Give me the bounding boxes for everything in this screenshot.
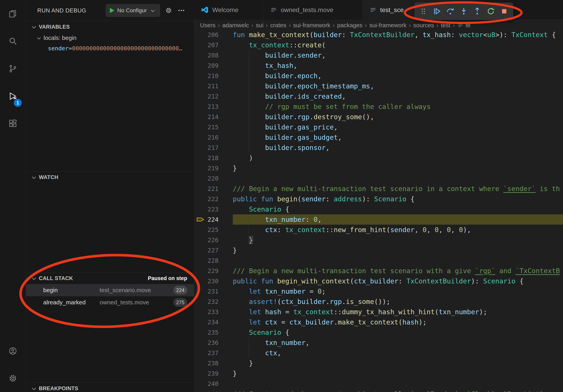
gutter[interactable]: 233 xyxy=(194,307,233,317)
code-line-223[interactable]: 223 Scenario { xyxy=(194,204,563,214)
breadcrumb-item[interactable]: crates xyxy=(270,22,286,29)
watch-section-header[interactable]: WATCH xyxy=(26,171,194,183)
code-line-220[interactable]: 220 xyxy=(194,173,563,183)
gutter[interactable]: 216 xyxy=(194,132,233,143)
gutter[interactable]: 227 xyxy=(194,245,233,255)
gutter[interactable]: 225 xyxy=(194,225,233,235)
code-line-214[interactable]: 214 builder.rgp.destroy_some(), xyxy=(194,112,563,122)
breadcrumb-item[interactable]: test xyxy=(441,22,450,29)
code-line-239[interactable]: 239} xyxy=(194,368,563,379)
code-line-217[interactable]: 217 builder.sponsor, xyxy=(194,143,563,153)
code-line-221[interactable]: 221/// Begin a new multi-transaction tes… xyxy=(194,183,563,194)
breadcrumb-file[interactable]: te xyxy=(457,22,471,29)
code-line-207[interactable]: 207 tx_context::create( xyxy=(194,40,563,50)
gutter[interactable]: 237 xyxy=(194,348,233,358)
gutter[interactable]: 207 xyxy=(194,40,233,50)
gutter[interactable]: 239 xyxy=(194,368,233,379)
tab-welcome[interactable]: Welcome xyxy=(194,0,263,20)
gutter[interactable]: 211 xyxy=(194,81,233,91)
code-line-212[interactable]: 212 builder.ids_created, xyxy=(194,91,563,102)
step-into-button[interactable] xyxy=(458,5,469,18)
code-line-215[interactable]: 215 builder.gas_price, xyxy=(194,122,563,132)
code-line-226[interactable]: 226 } xyxy=(194,235,563,245)
stop-button[interactable] xyxy=(499,5,510,18)
variable-entry-sender[interactable]: sender = 0000000000000000000000000000000… xyxy=(26,43,194,53)
code-line-225[interactable]: 225 ctx: tx_context::new_from_hint(sende… xyxy=(194,225,563,235)
continue-button[interactable] xyxy=(431,5,442,18)
code-line-238[interactable]: 238 } xyxy=(194,358,563,368)
variables-scope-row[interactable]: locals: begin xyxy=(26,33,194,43)
gutter[interactable]: 241 xyxy=(194,389,233,392)
breadcrumb-item[interactable]: sources xyxy=(413,22,434,29)
start-debug-icon[interactable] xyxy=(110,8,114,13)
code-line-229[interactable]: 229/// Begin a new multi-transaction tes… xyxy=(194,266,563,276)
gutter[interactable]: 220 xyxy=(194,173,233,183)
code-line-228[interactable]: 228 xyxy=(194,255,563,266)
call-stack-frame-already_marked[interactable]: already_markedowned_tests.move275 xyxy=(26,296,194,309)
gutter[interactable]: 208 xyxy=(194,50,233,60)
code-line-206[interactable]: 206fun make_tx_context(builder: TxContex… xyxy=(194,31,563,40)
gutter[interactable]: 223 xyxy=(194,204,233,214)
gutter[interactable]: 206 xyxy=(194,31,233,40)
code-line-234[interactable]: 234 let ctx = ctx_builder.make_tx_contex… xyxy=(194,317,563,327)
tab-owned_tests-move[interactable]: owned_tests.move xyxy=(263,0,363,20)
code-line-216[interactable]: 216 builder.gas_budget, xyxy=(194,132,563,143)
code-line-227[interactable]: 227} xyxy=(194,245,563,255)
code-line-235[interactable]: 235 Scenario { xyxy=(194,327,563,338)
gutter[interactable]: 221 xyxy=(194,183,233,194)
gutter[interactable]: 217 xyxy=(194,143,233,153)
gutter[interactable]: 228 xyxy=(194,255,233,266)
step-over-button[interactable] xyxy=(445,5,456,18)
activity-bar-search[interactable] xyxy=(0,27,26,55)
debug-settings-gear-icon[interactable] xyxy=(165,7,172,14)
activity-bar-settings[interactable] xyxy=(0,365,26,392)
gutter[interactable]: 212 xyxy=(194,91,233,102)
gutter[interactable]: 226 xyxy=(194,235,233,245)
gutter[interactable]: 230 xyxy=(194,276,233,286)
variables-section-header[interactable]: VARIABLES xyxy=(26,21,194,33)
activity-bar-explorer[interactable] xyxy=(0,0,26,27)
breadcrumb-item[interactable]: Users xyxy=(200,22,215,29)
code-line-240[interactable]: 240 xyxy=(194,379,563,389)
code-line-209[interactable]: 209 tx_hash, xyxy=(194,60,563,71)
toolbar-drag-handle[interactable] xyxy=(418,5,429,18)
gutter[interactable]: 214 xyxy=(194,112,233,122)
call-stack-frame-begin[interactable]: begintest_scenario.move224 xyxy=(26,284,194,296)
activity-bar-run-and-debug[interactable]: 1 xyxy=(0,82,26,110)
gutter[interactable]: 236 xyxy=(194,338,233,348)
code-line-231[interactable]: 231 let txn_number = 0; xyxy=(194,286,563,297)
breadcrumb-item[interactable]: sui-framework xyxy=(369,22,406,29)
gutter[interactable]: 224 xyxy=(194,214,233,225)
breakpoints-section-header[interactable]: BREAKPOINTS xyxy=(26,383,194,392)
step-out-button[interactable] xyxy=(472,5,483,18)
debug-config-picker[interactable]: No Configur xyxy=(106,4,160,17)
code-line-213[interactable]: 213 // rgp must be set from the caller a… xyxy=(194,102,563,112)
code-line-222[interactable]: 222public fun begin(sender: address): Sc… xyxy=(194,194,563,204)
code-line-224[interactable]: 224 txn_number: 0, xyxy=(194,214,563,225)
activity-bar-source-control[interactable] xyxy=(0,55,26,82)
gutter[interactable]: 222 xyxy=(194,194,233,204)
gutter[interactable]: 240 xyxy=(194,379,233,389)
code-line-241[interactable]: 241/// Creates and shares system objects… xyxy=(194,389,563,392)
activity-bar-extensions[interactable] xyxy=(0,110,26,137)
gutter[interactable]: 234 xyxy=(194,317,233,327)
code-line-210[interactable]: 210 builder.epoch, xyxy=(194,71,563,81)
breadcrumb-item[interactable]: packages xyxy=(337,22,362,29)
gutter[interactable]: 235 xyxy=(194,327,233,338)
code-line-233[interactable]: 233 let hash = tx_context::dummy_tx_hash… xyxy=(194,307,563,317)
gutter[interactable]: 213 xyxy=(194,102,233,112)
code-line-230[interactable]: 230public fun begin_with_context(ctx_bui… xyxy=(194,276,563,286)
gutter[interactable]: 215 xyxy=(194,122,233,132)
code-line-219[interactable]: 219} xyxy=(194,163,563,173)
code-line-232[interactable]: 232 assert!(ctx_builder.rgp.is_some()); xyxy=(194,297,563,307)
gutter[interactable]: 209 xyxy=(194,60,233,71)
breadcrumb-item[interactable]: sui xyxy=(256,22,263,29)
gutter[interactable]: 218 xyxy=(194,153,233,163)
gutter[interactable]: 229 xyxy=(194,266,233,276)
call-stack-section-header[interactable]: CALL STACK Paused on step xyxy=(26,273,194,284)
breadcrumb-item[interactable]: sui-framework xyxy=(293,22,330,29)
gutter[interactable]: 210 xyxy=(194,71,233,81)
gutter[interactable]: 219 xyxy=(194,163,233,173)
code-line-208[interactable]: 208 builder.sender, xyxy=(194,50,563,60)
gutter[interactable]: 238 xyxy=(194,358,233,368)
